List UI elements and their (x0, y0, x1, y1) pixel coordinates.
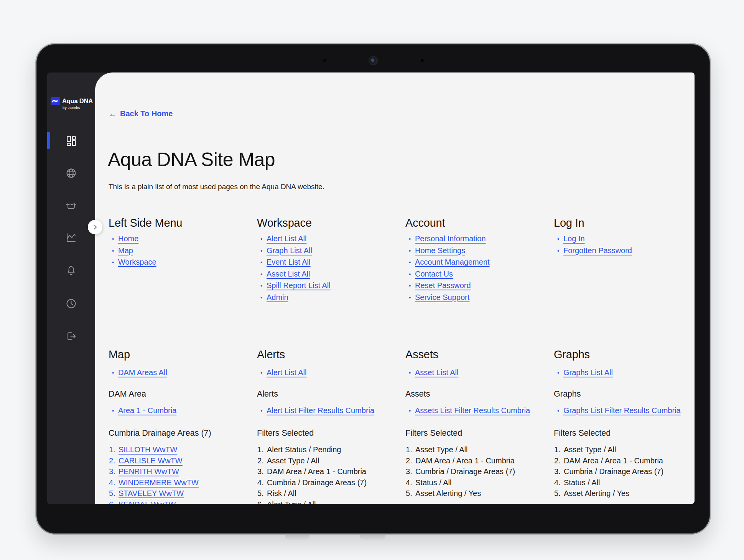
page-subtitle: This is a plain list of of most used pag… (109, 183, 324, 191)
list-item: Asset List All (257, 268, 405, 280)
filter-item: Cumbria / Drainage Areas (7) (554, 466, 695, 477)
link-spill-report-list-all[interactable]: Spill Report List All (267, 281, 331, 290)
sidebar-item-assets[interactable] (47, 198, 95, 213)
link-area-1-cumbria[interactable]: Area 1 - Cumbria (118, 406, 176, 415)
dashboard-icon (65, 135, 77, 147)
link-graph-list-all[interactable]: Graph List All (267, 246, 312, 255)
logo-wave-icon (51, 97, 60, 105)
filter-item: Asset Type / All (257, 455, 405, 466)
subheading-graphs: Graphs (554, 389, 695, 399)
list-item: Log In (554, 233, 695, 245)
subheading-filters-selected: Filters Selected (257, 428, 405, 438)
link-home[interactable]: Home (118, 234, 138, 243)
filter-item: Asset Type / All (405, 444, 554, 455)
link-graphs-list-all[interactable]: Graphs List All (563, 368, 613, 377)
section-heading: Account (405, 216, 554, 229)
section-heading: Map (109, 348, 257, 361)
filter-item: DAM Area / Area 1 - Cumbria (405, 455, 554, 466)
link-contact-us[interactable]: Contact Us (415, 270, 453, 278)
sidebar-item-dashboard[interactable] (47, 133, 95, 148)
filter-item: Cumbria / Drainage Areas (7) (405, 466, 554, 477)
page-title: Aqua DNA Site Map (108, 148, 275, 171)
sidebar-item-map[interactable] (47, 165, 95, 181)
subheading-assets: Assets (405, 389, 554, 399)
link-admin[interactable]: Admin (267, 293, 288, 301)
sidebar-item-history[interactable] (47, 296, 95, 311)
section-heading: Graphs (554, 348, 695, 361)
link-log-in[interactable]: Log In (563, 234, 585, 243)
filter-item: Alert Type / All (257, 499, 405, 504)
link-personal-information[interactable]: Personal Information (415, 234, 486, 243)
sidebar-expand-button[interactable] (88, 220, 102, 234)
link-alert-list-all[interactable]: Alert List All (267, 234, 306, 243)
back-arrow-icon: ← (109, 110, 117, 118)
list-item: Service Support (405, 292, 554, 304)
filter-item: DAM Area / Area 1 - Cumbria (554, 455, 695, 466)
sitemap-page: ← Back To Home Aqua DNA Site Map This is… (95, 72, 695, 504)
list-item: Workspace (109, 257, 257, 268)
link-reset-password[interactable]: Reset Password (415, 281, 471, 290)
section-heading: Workspace (257, 216, 405, 229)
front-camera (369, 56, 378, 65)
link-map[interactable]: Map (118, 246, 133, 255)
sidebar-item-logout[interactable] (47, 328, 95, 344)
link-dam-areas-all[interactable]: DAM Areas All (118, 368, 167, 377)
logout-icon (65, 330, 77, 342)
link-account-management[interactable]: Account Management (415, 258, 490, 266)
active-indicator (47, 132, 50, 149)
link-silloth-wwtw[interactable]: SILLOTH WwTW (119, 445, 177, 454)
link-windermere-wwtw[interactable]: WINDERMERE WwTW (119, 478, 199, 487)
numbered-item: STAVELEY WwTW (109, 488, 257, 499)
numbered-item: PENRITH WwTW (109, 466, 257, 477)
back-to-home-link[interactable]: ← Back To Home (109, 109, 173, 118)
chart-icon (65, 232, 77, 244)
section-account: Account Personal Information Home Settin… (405, 216, 554, 303)
numbered-item: CARLISLE WwTW (109, 455, 257, 466)
bell-icon (65, 264, 77, 276)
link-alert-list-all[interactable]: Alert List All (267, 368, 306, 377)
link-asset-list-all[interactable]: Asset List All (415, 368, 458, 377)
section-log-in: Log In Log In Forgotten Password (554, 216, 695, 303)
filter-item: Risk / All (257, 488, 405, 499)
link-graphs-list-filter-results-cumbria[interactable]: Graphs List Filter Results Cumbria (563, 406, 681, 415)
filter-item: Asset Type / All (554, 444, 695, 455)
list-item: Home Settings (405, 245, 554, 257)
link-assets-list-filter-results-cumbria[interactable]: Assets List Filter Results Cumbria (415, 406, 530, 415)
chevron-right-icon (92, 224, 98, 230)
link-kendal-wwtw[interactable]: KENDAL WwTW (119, 500, 176, 504)
link-penrith-wwtw[interactable]: PENRITH WwTW (119, 467, 179, 476)
subheading-cumbria-drainage-areas: Cumbria Drainage Areas (7) (109, 428, 257, 438)
link-service-support[interactable]: Service Support (415, 293, 469, 301)
clock-icon (65, 298, 77, 310)
section-left-side-menu: Left Side Menu Home Map Workspace (109, 216, 257, 303)
list-item: Spill Report List All (257, 280, 405, 292)
numbered-item: SILLOTH WwTW (109, 444, 257, 455)
list-item: DAM Areas All (109, 367, 257, 379)
list-item: Home (109, 233, 257, 245)
list-item: Area 1 - Cumbria (109, 405, 257, 417)
list-item: Map (109, 245, 257, 257)
filter-item: Status / All (554, 477, 695, 488)
numbered-item: KENDAL WwTW (109, 499, 257, 504)
filter-item: Asset Alerting / Yes (405, 488, 554, 499)
subheading-filters-selected: Filters Selected (554, 428, 695, 438)
link-staveley-wwtw[interactable]: STAVELEY WwTW (119, 489, 184, 497)
section-heading: Left Side Menu (109, 216, 257, 229)
link-asset-list-all[interactable]: Asset List All (267, 270, 310, 278)
link-home-settings[interactable]: Home Settings (415, 246, 465, 255)
subheading-filters-selected: Filters Selected (405, 428, 554, 438)
sidebar-item-graphs[interactable] (47, 230, 95, 245)
link-event-list-all[interactable]: Event List All (267, 258, 311, 266)
section-heading: Log In (554, 216, 695, 229)
sensor-dot-left (323, 59, 326, 62)
link-workspace[interactable]: Workspace (118, 258, 156, 266)
sidebar-item-alerts[interactable] (47, 262, 95, 277)
link-forgotten-password[interactable]: Forgotten Password (563, 246, 632, 255)
app-screen: Aqua DNA by Jacobs (47, 72, 695, 504)
filter-item: Asset Alerting / Yes (554, 488, 695, 499)
list-item: Event List All (257, 257, 405, 268)
link-alert-list-filter-results-cumbria[interactable]: Alert List Filter Results Cumbria (267, 406, 374, 415)
back-link-label: Back To Home (120, 109, 173, 118)
list-item: Contact Us (405, 268, 554, 280)
link-carlisle-wwtw[interactable]: CARLISLE WwTW (119, 456, 183, 465)
